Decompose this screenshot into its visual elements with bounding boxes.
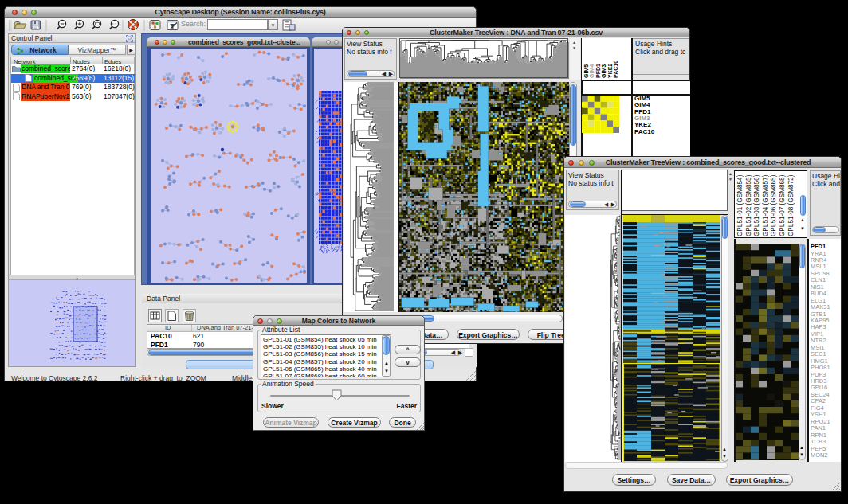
svg-text:1:1: 1:1 [112,22,117,26]
